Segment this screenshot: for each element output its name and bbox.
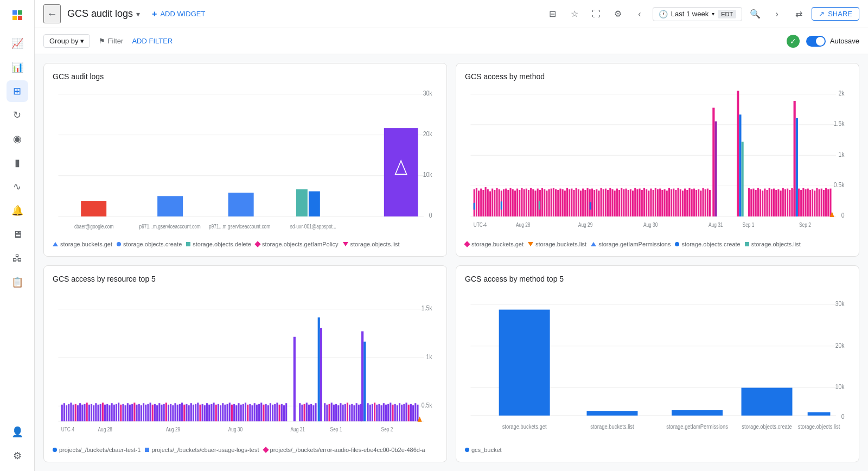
legend-item-objects-delete: storage.objects.delete — [186, 241, 251, 247]
fullscreen-button[interactable]: ⛶ — [588, 5, 605, 23]
svg-rect-297 — [279, 405, 280, 422]
svg-text:2k: 2k — [839, 90, 845, 97]
svg-rect-51 — [514, 190, 516, 217]
svg-rect-79 — [578, 189, 579, 217]
sidebar-item-report[interactable]: 📋 — [7, 271, 28, 293]
filter-button[interactable]: ⚑ Filter — [99, 37, 123, 45]
svg-rect-209 — [79, 404, 81, 422]
svg-rect-233 — [133, 403, 135, 421]
settings-button[interactable]: ⚙ — [609, 5, 627, 23]
svg-rect-114 — [657, 189, 659, 217]
svg-rect-93 — [609, 188, 611, 217]
svg-rect-230 — [127, 404, 129, 422]
dot-icon — [465, 448, 469, 452]
sidebar-item-server[interactable]: 🖧 — [7, 247, 28, 269]
sidebar-item-barchart[interactable]: ▮ — [7, 152, 28, 174]
svg-rect-283 — [247, 405, 248, 422]
svg-rect-175 — [821, 189, 822, 217]
svg-rect-234 — [136, 405, 137, 422]
dot-icon — [53, 448, 57, 452]
svg-rect-66 — [548, 189, 550, 217]
legend-item-buckets-get: storage.buckets.get — [465, 241, 524, 247]
star-button[interactable]: ☆ — [566, 5, 583, 23]
svg-rect-121 — [673, 189, 674, 217]
svg-text:0: 0 — [429, 212, 432, 219]
diamond-icon — [254, 241, 260, 247]
svg-rect-89 — [601, 188, 602, 217]
svg-rect-282 — [245, 403, 246, 421]
svg-rect-308 — [304, 404, 305, 422]
svg-rect-34 — [476, 188, 477, 217]
svg-rect-15 — [296, 189, 308, 217]
time-range-button[interactable]: 🕐 Last 1 week ▾ EDT — [653, 7, 742, 21]
legend-item-bucket-cbaer-test: projects/_/buckets/cbaer-test-1 — [53, 447, 141, 453]
svg-rect-153 — [771, 189, 773, 217]
prev-button[interactable]: ‹ — [631, 5, 648, 23]
svg-rect-298 — [281, 404, 283, 422]
svg-rect-348 — [405, 403, 407, 421]
svg-rect-105 — [636, 189, 638, 217]
svg-rect-144 — [750, 189, 752, 217]
sidebar-logo[interactable] — [7, 4, 28, 26]
group-by-button[interactable]: Group by ▾ — [43, 34, 90, 48]
svg-rect-54 — [521, 188, 522, 217]
next-button[interactable]: › — [768, 5, 786, 23]
svg-rect-70 — [557, 190, 559, 217]
svg-rect-203 — [66, 405, 67, 421]
svg-rect-252 — [177, 405, 178, 422]
sidebar-item-analytics[interactable]: ∿ — [7, 176, 28, 198]
svg-rect-370 — [499, 310, 550, 416]
sidebar-item-flow[interactable]: ↻ — [7, 104, 28, 126]
svg-rect-131 — [695, 190, 697, 217]
chart1-svg: 30k 20k 10k 0 — [53, 87, 438, 237]
chart-gcs-access-by-method: GCS access by method 2k 1.5k 1k 0.5k 0 — [456, 63, 859, 257]
toggle-track[interactable] — [806, 36, 826, 47]
svg-rect-258 — [190, 404, 192, 422]
sidebar-item-monitor[interactable]: 🖥 — [7, 224, 28, 245]
sidebar-item-dashboard[interactable]: 📈 — [7, 33, 28, 54]
svg-rect-155 — [775, 190, 777, 217]
svg-rect-157 — [780, 190, 782, 217]
svg-rect-115 — [659, 189, 661, 217]
svg-rect-208 — [77, 405, 79, 421]
svg-rect-97 — [618, 190, 620, 217]
chart3-title: GCS access by resource top 5 — [53, 275, 438, 283]
sidebar-item-settings[interactable]: ⚙ — [7, 445, 28, 467]
svg-rect-75 — [569, 189, 570, 217]
svg-rect-315 — [326, 405, 328, 422]
legend-item-objects-getiampolicy: storage.objects.getIamPolicy — [256, 241, 339, 247]
autosave-toggle[interactable]: Autosave — [806, 36, 859, 47]
back-button[interactable]: ← — [43, 4, 61, 23]
svg-rect-138 — [712, 108, 714, 217]
sidebar-item-network[interactable]: ◉ — [7, 128, 28, 150]
sidebar-item-person[interactable]: 👤 — [7, 421, 28, 443]
svg-text:0: 0 — [841, 212, 845, 219]
sidebar-item-grid[interactable]: ⊞ — [7, 80, 28, 102]
title-dropdown-icon[interactable]: ▾ — [136, 10, 140, 18]
svg-rect-60 — [534, 190, 536, 217]
svg-rect-172 — [814, 190, 815, 217]
svg-rect-2 — [12, 16, 17, 20]
svg-rect-300 — [285, 404, 287, 422]
svg-rect-321 — [340, 404, 341, 422]
share-button[interactable]: ↗ SHARE — [812, 7, 859, 21]
legend-item-bucket-usage-logs: projects/_/buckets/cbaer-usage-logs-test — [145, 447, 259, 453]
sidebar-item-alerts[interactable]: 🔔 — [7, 200, 28, 221]
add-widget-button[interactable]: + ADD WIDGET — [146, 6, 210, 22]
svg-rect-225 — [116, 404, 117, 422]
svg-rect-160 — [787, 189, 788, 217]
sync-button[interactable]: ⇄ — [790, 5, 807, 23]
svg-rect-109 — [646, 189, 647, 217]
search-button[interactable]: 🔍 — [746, 5, 764, 23]
add-filter-button[interactable]: ADD FILTER — [132, 37, 173, 45]
svg-rect-260 — [195, 404, 196, 422]
svg-rect-266 — [208, 405, 210, 422]
svg-rect-250 — [172, 405, 174, 421]
svg-rect-132 — [698, 189, 699, 217]
svg-rect-326 — [351, 404, 353, 422]
sidebar-item-overview[interactable]: 📊 — [7, 56, 28, 78]
svg-text:UTC-4: UTC-4 — [474, 222, 487, 228]
panel-icon-button[interactable]: ⊟ — [544, 5, 561, 23]
svg-rect-102 — [630, 189, 631, 217]
svg-rect-80 — [580, 190, 582, 217]
